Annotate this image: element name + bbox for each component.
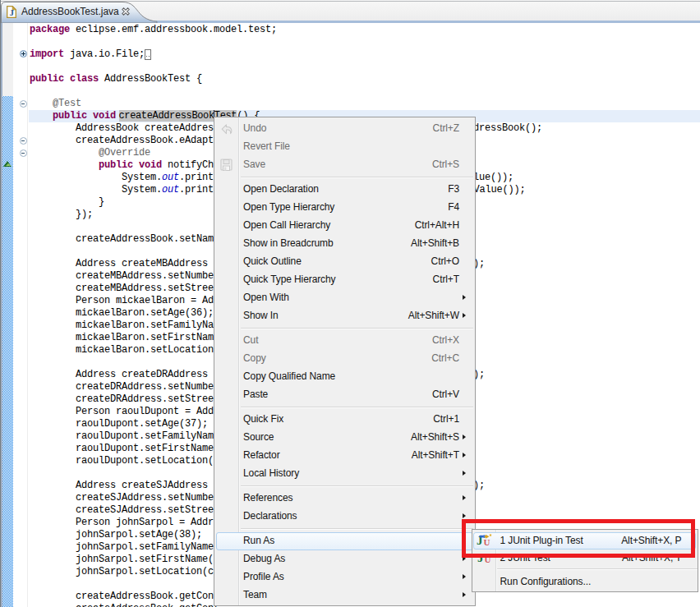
svg-text:J: J xyxy=(9,7,14,16)
